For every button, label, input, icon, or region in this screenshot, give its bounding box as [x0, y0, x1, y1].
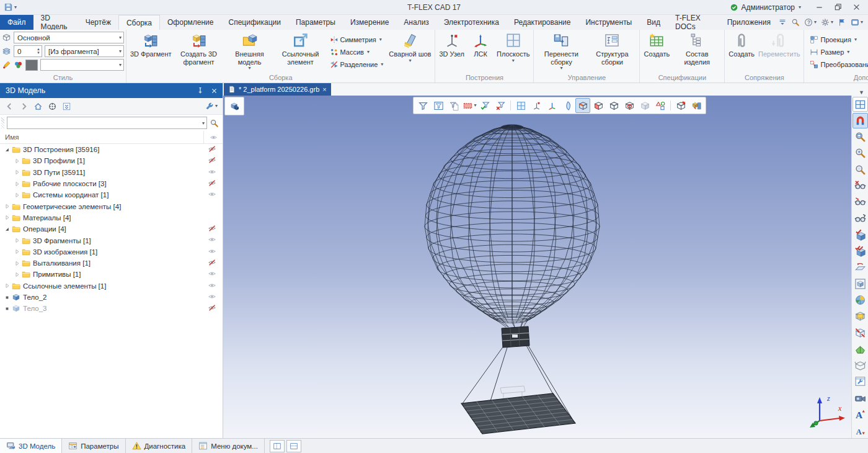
- zoom-all-icon[interactable]: [852, 162, 868, 177]
- visibility-toggle[interactable]: [208, 168, 216, 176]
- menu-tab-13[interactable]: T-FLEX DOCs: [668, 15, 720, 30]
- tree-expander-icon[interactable]: [2, 203, 11, 210]
- workspace-tab-3[interactable]: Меню докум...: [192, 439, 265, 453]
- visibility-toggle[interactable]: [208, 247, 216, 256]
- select-body-icon[interactable]: [606, 98, 621, 113]
- select-primitives-icon[interactable]: [653, 98, 668, 113]
- tree-item[interactable]: Рабочие плоскости [3]: [0, 178, 223, 189]
- color-swatch[interactable]: [25, 60, 38, 71]
- tree-expander-icon[interactable]: [2, 305, 11, 312]
- tree-expander-icon[interactable]: [12, 158, 21, 164]
- workspace-tab-0[interactable]: 3D Модель: [0, 439, 62, 453]
- tab-list-chevron-icon[interactable]: ▼: [859, 89, 868, 96]
- pin-icon[interactable]: [194, 84, 206, 97]
- tree-item[interactable]: 3D Пути [35911]: [0, 167, 223, 178]
- selector-box-icon[interactable]: ▾: [462, 98, 477, 113]
- split-horizontal-icon[interactable]: [286, 440, 301, 452]
- menu-tab-14[interactable]: Приложения: [720, 15, 778, 30]
- ribbon-button-assembly-structure[interactable]: Структура сборки: [587, 30, 637, 73]
- drag-grip[interactable]: [1, 117, 4, 128]
- ribbon-button-external-model[interactable]: Внешняя модель ▾: [224, 30, 275, 73]
- menu-tab-4[interactable]: Оформление: [160, 15, 221, 30]
- select-operation-icon[interactable]: [673, 98, 688, 113]
- menu-tab-12[interactable]: Вид: [639, 15, 668, 30]
- name-column-header[interactable]: Имя: [0, 133, 203, 141]
- tree-expander-icon[interactable]: [12, 248, 21, 255]
- zoom-window-icon[interactable]: [852, 130, 868, 145]
- minimize-icon[interactable]: [810, 1, 828, 14]
- tree-item[interactable]: 3D изображения [1]: [0, 246, 223, 258]
- check-body-icon[interactable]: [852, 227, 868, 242]
- ribbon-button-symmetry[interactable]: Симметрия▾: [329, 34, 385, 45]
- visibility-toggle[interactable]: [208, 281, 216, 290]
- visibility-toggle[interactable]: [208, 292, 216, 301]
- nav-forward-icon[interactable]: [19, 102, 29, 111]
- tree-item[interactable]: Материалы [4]: [0, 212, 223, 223]
- select-fragment-icon[interactable]: [689, 98, 704, 113]
- filter-document-icon[interactable]: [446, 98, 461, 113]
- menu-tab-8[interactable]: Анализ: [396, 15, 436, 30]
- visibility-column-header[interactable]: [203, 131, 223, 143]
- ribbon-button-reference-element[interactable]: Ссылочный элемент: [275, 30, 326, 73]
- select-edge-icon[interactable]: [575, 98, 590, 113]
- filter-elements-icon[interactable]: [415, 98, 430, 113]
- search-input[interactable]: ▾: [7, 117, 207, 129]
- tree-expander-icon[interactable]: [12, 192, 21, 199]
- tree-item[interactable]: Выталкивания [1]: [0, 258, 223, 269]
- tree-item[interactable]: 3D Профили [1]: [0, 155, 223, 166]
- workspace-tab-1[interactable]: Параметры: [62, 439, 125, 453]
- qat-save-document-icon[interactable]: ▾: [2, 1, 18, 14]
- ribbon-button-fragment-3d[interactable]: 3D Фрагмент: [128, 30, 174, 73]
- select-workplane-icon[interactable]: [513, 98, 528, 113]
- font-decrease-icon[interactable]: A: [852, 423, 868, 438]
- workspace-tab-2[interactable]: Диагностика: [126, 439, 193, 453]
- tree-item[interactable]: Тело_2: [0, 292, 223, 303]
- visibility-toggle[interactable]: [208, 190, 216, 199]
- document-tab[interactable]: * 2_platform 20250226.grb ×: [224, 83, 331, 96]
- ribbon-button-create-3d-fragment[interactable]: Создать 3D фрагмент: [174, 30, 224, 73]
- panel-close-icon[interactable]: [208, 84, 220, 97]
- menu-tab-1[interactable]: 3D Модель: [33, 15, 78, 30]
- settings-icon[interactable]: ▾: [821, 18, 833, 27]
- close-icon[interactable]: [847, 1, 866, 14]
- ribbon-button-create-mate[interactable]: Создать: [727, 30, 756, 73]
- ribbon-button-array[interactable]: Массив▾: [329, 47, 385, 58]
- tree-item[interactable]: Геометрические элементы [4]: [0, 200, 223, 212]
- tree-expander-icon[interactable]: [12, 260, 21, 267]
- select-loop-icon[interactable]: [622, 98, 637, 113]
- tree-item[interactable]: Тело_3: [0, 303, 223, 314]
- font-increase-icon[interactable]: A: [852, 406, 868, 421]
- camera-icon[interactable]: [852, 390, 868, 405]
- visibility-toggle[interactable]: [208, 145, 216, 153]
- search-icon[interactable]: [791, 18, 800, 27]
- tree-expander-icon[interactable]: [2, 226, 11, 233]
- color-select[interactable]: ▾: [40, 59, 124, 71]
- viewport-layout-icon[interactable]: [852, 97, 868, 112]
- ribbon-button-division[interactable]: Разделение▾: [329, 59, 385, 70]
- visibility-toggle[interactable]: [208, 156, 216, 164]
- viewer-settings-icon[interactable]: [852, 374, 868, 389]
- tree-expander-icon[interactable]: [2, 214, 11, 221]
- tree-expander-icon[interactable]: [2, 282, 11, 289]
- ribbon-button-workplane[interactable]: Плоскость ▾: [495, 30, 531, 73]
- tree-expander-icon[interactable]: [12, 169, 21, 176]
- ribbon-button-weld-seam[interactable]: Сварной шов ▾: [387, 30, 433, 73]
- ribbon-button-transformations[interactable]: Преобразования: [808, 59, 868, 70]
- visibility-toggle[interactable]: [208, 179, 216, 187]
- tree-item[interactable]: 3D Фрагменты [1]: [0, 235, 223, 246]
- filter-apply-icon[interactable]: [477, 98, 492, 113]
- layer-spinner[interactable]: 0 ▲▼: [14, 45, 42, 57]
- view-cube-icon[interactable]: [852, 276, 868, 291]
- check-bodies-icon[interactable]: [852, 244, 868, 259]
- visibility-toggle[interactable]: [208, 303, 216, 312]
- menu-tab-7[interactable]: Измерение: [343, 15, 396, 30]
- render-mode-icon[interactable]: [852, 292, 868, 307]
- select-face-icon[interactable]: [591, 98, 606, 113]
- ribbon-button-move-assembly[interactable]: Перенести сборку ▾: [536, 30, 587, 73]
- visibility-toggle[interactable]: [208, 224, 216, 233]
- tree-item[interactable]: 3D Построения [35916]: [0, 144, 223, 155]
- style-select[interactable]: Основной▾: [14, 32, 124, 43]
- ribbon-button-product-structure[interactable]: Состав изделия: [671, 30, 722, 73]
- ribbon-button-create-bom[interactable]: Создать: [642, 30, 671, 73]
- tab-close-icon[interactable]: ×: [322, 86, 326, 93]
